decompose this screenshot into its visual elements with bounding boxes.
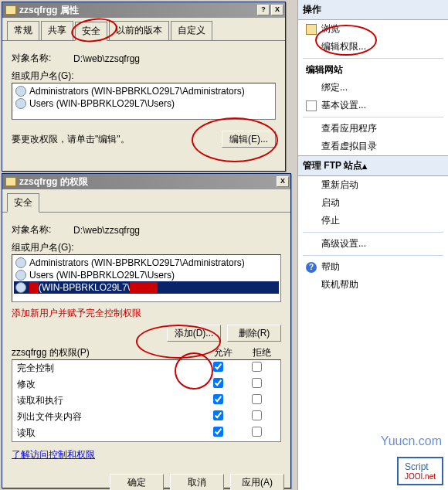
apply-button[interactable]: 应用(A) [230,474,284,490]
actions-pane: 操作 浏览 编辑权限... 编辑网站 绑定... 基本设置... 查看应用程序 … [297,0,448,490]
allow-checkbox[interactable] [213,362,223,372]
tab-sharing[interactable]: 共享 [41,21,73,40]
action-view-vdirs[interactable]: 查看虚拟目录 [298,138,448,155]
permissions-panel: 对象名称: D:\web\zzsqfrgg 组或用户名(G): Administ… [2,213,290,468]
help-icon: ? [306,262,317,273]
help-button[interactable]: ? [257,5,270,15]
action-advanced[interactable]: 高级设置... [298,235,448,253]
separator [303,117,443,117]
object-name-label: 对象名称: [12,223,73,236]
action-basic-settings[interactable]: 基本设置... [298,97,448,114]
users-listbox[interactable]: Administrators (WIN-BPBRKLO29L7\Administ… [12,83,276,120]
titlebar[interactable]: zzsqfrgg 的权限 X [2,174,290,189]
section-manage-ftp: 管理 FTP 站点 ▴ [298,155,448,176]
tab-security[interactable]: 安全 [75,22,107,41]
permission-name: 读取和执行 [17,394,199,407]
deny-checkbox[interactable] [252,362,262,372]
permission-row: 读取 [12,425,280,441]
deny-checkbox[interactable] [252,394,262,404]
permission-name: 完全控制 [17,362,199,375]
list-item-selected[interactable]: xx(WIN-BPBRKLO29L7\xxxxxx [14,281,279,294]
deny-checkbox[interactable] [252,410,262,420]
cancel-button[interactable]: 取消 [170,474,224,490]
users-listbox[interactable]: Administrators (WIN-BPBRKLO29L7\Administ… [12,254,281,302]
allow-checkbox[interactable] [213,378,223,388]
action-help[interactable]: ?帮助 [298,258,448,276]
action-online-help[interactable]: 联机帮助 [298,276,448,294]
permission-name: 读取 [17,427,199,440]
permission-row: 读取和执行 [12,393,280,409]
tab-security[interactable]: 安全 [7,193,39,213]
allow-checkbox[interactable] [213,410,223,420]
section-edit-site: 编辑网站 [298,61,448,79]
action-restart[interactable]: 重新启动 [298,176,448,194]
permission-row: 列出文件夹内容 [12,409,280,425]
action-view-apps[interactable]: 查看应用程序 [298,120,448,138]
edit-hint: 要更改权限，请单击"编辑"。 [12,133,222,146]
action-edit-permissions[interactable]: 编辑权限... [298,38,448,56]
group-icon [15,257,26,268]
watermark: Yuucn.com [381,434,442,448]
remove-button[interactable]: 删除(R) [227,325,281,342]
object-name-label: 对象名称: [12,52,73,65]
annotation-text: 添加新用户并赋予完全控制权限 [12,307,281,320]
learn-link[interactable]: 了解访问控制和权限 [12,449,95,460]
separator [303,255,443,256]
ok-button[interactable]: 确定 [110,474,164,490]
tab-previous[interactable]: 以前的版本 [109,21,169,40]
permission-row: 完全控制 [12,360,280,376]
edit-button[interactable]: 编辑(E)... [222,131,276,148]
properties-dialog: zzsqfrgg 属性 ? X 常规 共享 安全 以前的版本 自定义 对象名称:… [2,2,286,172]
deny-checkbox[interactable] [252,378,262,388]
group-icon [15,270,26,281]
action-start[interactable]: 启动 [298,194,448,212]
object-path: D:\web\zzsqfrgg [73,225,140,236]
dialog-buttons: 确定 取消 应用(A) [2,468,290,490]
tab-general[interactable]: 常规 [7,21,39,40]
folder-icon [5,5,16,15]
allow-checkbox[interactable] [213,394,223,404]
tab-bar: 安全 [2,189,290,213]
action-bindings[interactable]: 绑定... [298,79,448,97]
permission-name: 列出文件夹内容 [17,410,199,424]
separator [303,58,443,59]
allow-checkbox[interactable] [213,427,223,437]
object-path: D:\web\zzsqfrgg [73,53,140,64]
list-item[interactable]: Administrators (WIN-BPBRKLO29L7\Administ… [14,257,279,269]
security-panel: 对象名称: D:\web\zzsqfrgg 组或用户名(G): Administ… [2,41,285,158]
actions-header: 操作 [298,0,448,20]
action-browse[interactable]: 浏览 [298,20,448,38]
add-button[interactable]: 添加(D)... [167,325,221,342]
tab-custom[interactable]: 自定义 [171,21,212,40]
separator [303,232,443,233]
close-button[interactable]: X [277,176,289,187]
dialog-title: zzsqfrgg 属性 [19,4,256,17]
titlebar[interactable]: zzsqfrgg 属性 ? X [2,2,285,18]
list-item[interactable]: Users (WIN-BPBRKLO29L7\Users) [14,269,279,281]
permissions-for-label: zzsqfrgg 的权限(P) [12,346,204,359]
permissions-dialog: zzsqfrgg 的权限 X 安全 对象名称: D:\web\zzsqfrgg … [2,173,291,488]
list-item[interactable]: Administrators (WIN-BPBRKLO29L7\Administ… [14,85,273,97]
deny-checkbox[interactable] [252,427,262,437]
deny-column: 拒绝 [243,346,281,359]
user-icon [15,282,26,293]
folder-icon [306,24,317,35]
document-icon [306,100,317,111]
permission-row: 修改 [12,376,280,393]
collapse-button[interactable]: ▴ [362,161,367,172]
dialog-title: zzsqfrgg 的权限 [19,175,275,189]
action-stop[interactable]: 停止 [298,212,448,230]
close-button[interactable]: X [271,5,283,15]
list-item[interactable]: Users (WIN-BPBRKLO29L7\Users) [14,97,273,110]
group-icon [15,98,26,109]
groups-label: 组或用户名(G): [12,70,276,83]
folder-icon [5,177,16,186]
allow-column: 允许 [204,346,243,359]
tab-bar: 常规 共享 安全 以前的版本 自定义 [2,18,285,41]
group-icon [15,86,26,97]
groups-label: 组或用户名(G): [12,241,281,254]
permissions-box: 完全控制修改读取和执行列出文件夹内容读取 [12,359,281,442]
permission-name: 修改 [17,378,199,391]
script-badge: Script JOOI.net [397,457,443,485]
